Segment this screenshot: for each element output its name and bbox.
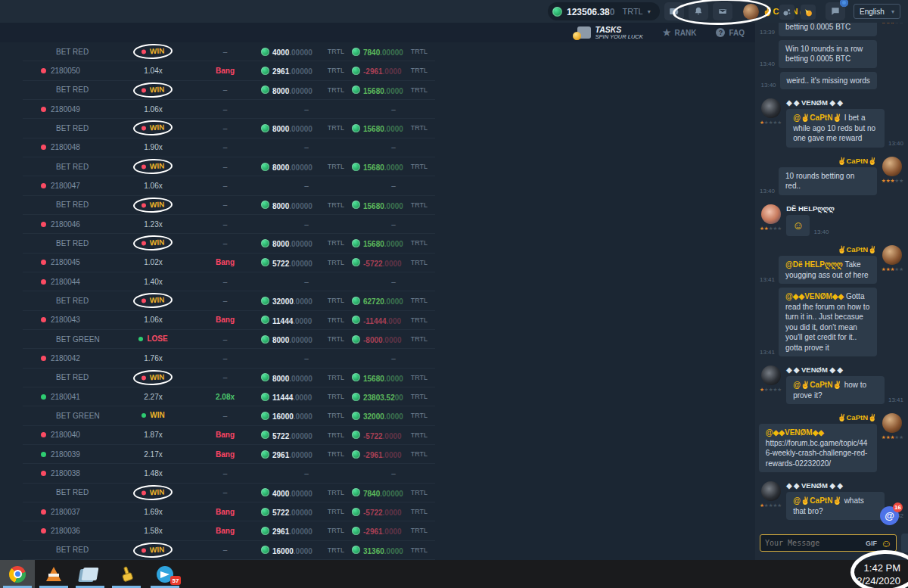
mention[interactable]: @✌CaPtN✌ <box>793 114 844 122</box>
table-row[interactable]: BET RED WIN – 32000.0000TRTL 62720.0000T… <box>23 291 435 310</box>
faq-button[interactable]: ? FAQ <box>716 28 745 37</box>
chat-username[interactable]: ✌CaPtN✌ <box>760 157 877 165</box>
trtl-coin-icon <box>261 297 269 305</box>
mention[interactable]: @✌CaPtN✌ <box>793 381 844 389</box>
amount-cell: – <box>261 278 352 286</box>
table-row[interactable]: BET RED WIN – 16000.0000TRTL 31360.0000T… <box>23 541 435 560</box>
chat-username[interactable]: ◆ ◆ VENØM ◆ ◆ <box>786 481 903 490</box>
chat-message: ✌CaPtN✌13:4010 rounds betting on red..★★… <box>760 157 903 199</box>
chat-username[interactable]: ◆ ◆ VENØM ◆ ◆ <box>786 366 903 374</box>
avatar[interactable] <box>882 157 902 176</box>
rank-button[interactable]: ★ RANK <box>663 27 697 38</box>
mention[interactable]: @◆◆VENØM◆◆ <box>785 292 846 300</box>
amount-cell: 4000.00000TRTL <box>261 45 352 58</box>
table-row[interactable]: BET RED WIN – 8000.00000TRTL 15680.0000T… <box>23 196 435 215</box>
cashout-cell: 2.08x <box>189 393 261 401</box>
profit-cell: 23803.5200TRTL <box>352 390 435 403</box>
amount-cell: 2961.00000TRTL <box>261 524 352 537</box>
taskbar-chrome[interactable] <box>0 560 35 588</box>
chat-username[interactable]: DË HELPღღღ <box>786 204 903 213</box>
wallet-button[interactable] <box>664 2 684 20</box>
badge-dot <box>141 126 146 130</box>
table-row[interactable]: 2180046 1.23x – – – <box>23 215 435 234</box>
avatar[interactable] <box>761 366 781 385</box>
cashout-cell: – <box>189 220 261 229</box>
timestamp: 13:40 <box>760 61 775 68</box>
win-annotation-circle: WIN <box>133 158 173 175</box>
mentions-button[interactable]: @ 16 <box>880 506 899 525</box>
table-row[interactable]: BET RED WIN – 4000.00000TRTL 7840.00000T… <box>23 42 435 61</box>
table-row[interactable]: BET RED WIN – 8000.00000TRTL 15680.0000T… <box>23 157 435 176</box>
table-row[interactable]: BET GREEN LOSE – 8000.00000TRTL -8000.00… <box>23 330 435 349</box>
chat-username[interactable]: ◆ ◆ VENØM ◆ ◆ <box>786 98 903 107</box>
gif-button[interactable]: GIF <box>866 540 877 547</box>
row-label: BET GREEN <box>56 412 100 420</box>
cashout-cell: – <box>189 488 261 496</box>
table-row[interactable]: 2180048 1.90x – – – <box>23 138 435 157</box>
avatar[interactable] <box>761 481 781 501</box>
emoji-button[interactable]: ☺ <box>881 538 891 549</box>
amount-cell: – <box>261 182 352 190</box>
avatar[interactable] <box>761 204 781 224</box>
mention[interactable]: @◆◆VENØM◆◆ <box>766 428 824 437</box>
table-row[interactable]: 2180050 1.04x Bang 2961.00000TRTL -2961.… <box>23 61 435 80</box>
table-row[interactable]: 2180043 1.06x Bang 11444.0000TRTL -11444… <box>23 311 435 330</box>
currency-unit: TRTL <box>411 489 435 496</box>
table-row[interactable]: 2180040 1.87x Bang 5722.00000TRTL -5722.… <box>23 426 435 445</box>
row-label: BET RED <box>56 48 89 56</box>
hot-room-button[interactable] <box>801 5 816 20</box>
trtl-coin-icon <box>352 258 360 266</box>
chat-room-button[interactable] <box>779 5 794 20</box>
language-dropdown[interactable]: English ▾ <box>854 4 900 19</box>
table-row[interactable]: 2180044 1.40x – – – <box>23 272 435 291</box>
row-label: 2180043 <box>51 316 80 324</box>
amount-cell: – <box>261 354 352 362</box>
messages-button[interactable] <box>713 2 732 20</box>
row-label: 2180044 <box>51 278 80 286</box>
taskbar-telegram[interactable]: 57 <box>148 560 182 588</box>
notifications-button[interactable] <box>689 2 708 20</box>
avatar[interactable] <box>882 245 902 265</box>
table-row[interactable]: 2180039 2.17x Bang 2961.00000TRTL -2961.… <box>23 445 435 464</box>
trtl-coin-icon <box>261 67 269 75</box>
mention[interactable]: @Dë HELPღღღ <box>785 260 844 269</box>
multiplier: 1.58x <box>144 527 162 535</box>
table-row[interactable]: 2180045 1.02x Bang 5722.00000TRTL -5722.… <box>23 254 435 272</box>
avatar[interactable] <box>761 98 781 118</box>
chat-username[interactable]: ✌CaPtN✌ <box>760 413 877 422</box>
chat-message-input[interactable] <box>765 539 862 547</box>
table-row[interactable]: 2180042 1.76x – – – <box>23 349 435 368</box>
table-row[interactable]: BET GREEN WIN – 16000.0000TRTL 32000.000… <box>23 406 435 425</box>
amount-cell: – <box>261 105 352 114</box>
table-row[interactable]: BET RED WIN – 8000.00000TRTL 15680.0000T… <box>23 234 435 253</box>
table-row[interactable]: BET RED WIN – 8000.00000TRTL 15680.0000T… <box>23 119 435 138</box>
profit-cell: -5722.0000TRTL <box>352 256 435 269</box>
chat-toggle-button[interactable] <box>826 2 845 20</box>
table-row[interactable]: 2180047 1.06x – – – <box>23 176 435 195</box>
send-button[interactable] <box>901 534 908 552</box>
chat-bubble: 10 rounds betting on red.. <box>779 167 877 195</box>
system-clock[interactable]: 1:42 PM 2/24/2020 <box>857 562 900 588</box>
taskbar-hand[interactable] <box>109 560 144 588</box>
avatar[interactable] <box>882 413 902 433</box>
table-row[interactable]: 2180041 2.27x 2.08x 11444.0000TRTL 23803… <box>23 387 435 406</box>
mention[interactable]: @✌CaPtN✌ <box>793 496 844 505</box>
result-dot <box>41 471 46 476</box>
table-row[interactable]: 2180037 1.69x Bang 5722.00000TRTL -5722.… <box>23 502 435 521</box>
table-row[interactable]: BET RED WIN – 4000.00000TRTL 7840.00000T… <box>23 484 435 502</box>
result-dot <box>41 509 46 515</box>
currency-unit: TRTL <box>328 163 352 170</box>
table-row[interactable]: BET RED WIN – 8000.00000TRTL 15680.0000T… <box>23 81 435 100</box>
table-row[interactable]: BET RED WIN – 8000.00000TRTL 15680.0000T… <box>23 369 435 387</box>
chat-username[interactable]: ✌CaPtN✌ <box>760 245 877 254</box>
taskbar-notes[interactable] <box>73 560 107 588</box>
tasks-button[interactable]: TASKS SPIN YOUR LUCK <box>577 26 643 40</box>
table-row[interactable]: 2180049 1.06x – – – <box>23 100 435 119</box>
profit-cell: 7840.00000TRTL <box>352 486 435 499</box>
balance-display[interactable]: 123506.380 TRTL ▾ <box>548 2 660 20</box>
cashout-cell: – <box>189 297 261 305</box>
table-row[interactable]: 2180038 1.48x – – – <box>23 464 435 483</box>
taskbar-vlc[interactable] <box>36 560 71 588</box>
table-row[interactable]: 2180036 1.58x Bang 2961.00000TRTL -2961.… <box>23 521 435 540</box>
currency-selector[interactable]: TRTL <box>622 7 642 16</box>
